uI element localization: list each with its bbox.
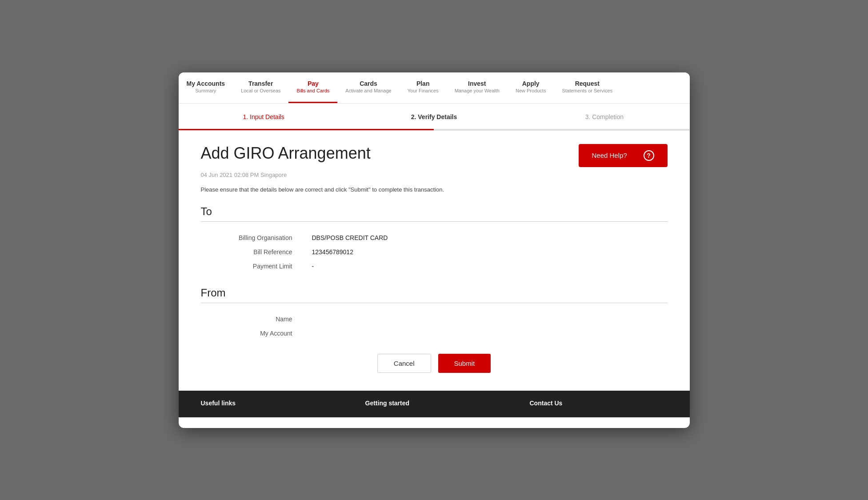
timestamp: 04 Jun 2021 02:08 PM Singapore	[201, 172, 668, 178]
step-underline-2	[519, 129, 689, 130]
to-row-0: Billing Organisation DBS/POSB CREDIT CAR…	[201, 231, 668, 245]
to-divider	[201, 221, 668, 222]
nav-item-invest[interactable]: Invest Manage your Wealth	[447, 72, 508, 103]
step-item-0: 1. Input Details	[179, 104, 349, 130]
to-section-title: To	[201, 205, 668, 218]
nav-main-invest: Invest	[468, 80, 486, 88]
nav-main-my-accounts: My Accounts	[187, 80, 225, 88]
top-nav: My Accounts Summary Transfer Local or Ov…	[179, 72, 690, 104]
nav-sub-pay: Bills and Cards	[296, 88, 329, 94]
page-header: Add GIRO Arrangement Need Help? ?	[201, 144, 668, 167]
footer-heading-0: Useful links	[201, 400, 339, 407]
progress-bar-section: 1. Input Details 2. Verify Details 3. Co…	[179, 104, 690, 131]
nav-item-my-accounts[interactable]: My Accounts Summary	[179, 72, 233, 103]
from-detail-table: Name My Account	[201, 312, 668, 340]
step-label-0: 1. Input Details	[243, 113, 284, 120]
to-detail-table: Billing Organisation DBS/POSB CREDIT CAR…	[201, 231, 668, 273]
step-label-1: 2. Verify Details	[411, 113, 457, 120]
nav-sub-transfer: Local or Overseas	[241, 88, 280, 94]
steps-row: 1. Input Details 2. Verify Details 3. Co…	[179, 104, 690, 130]
from-divider	[201, 303, 668, 303]
from-row-0: Name	[201, 312, 668, 326]
help-icon: ?	[644, 150, 654, 161]
nav-item-transfer[interactable]: Transfer Local or Overseas	[233, 72, 288, 103]
from-value-0	[299, 312, 668, 326]
step-underline-0	[179, 129, 349, 130]
from-section-title: From	[201, 287, 668, 299]
nav-sub-invest: Manage your Wealth	[455, 88, 500, 94]
nav-main-apply: Apply	[522, 80, 540, 88]
to-label-2: Payment Limit	[201, 259, 299, 273]
to-value-0: DBS/POSB CREDIT CARD	[299, 231, 668, 245]
nav-item-cards[interactable]: Cards Activate and Manage	[337, 72, 399, 103]
footer-heading-1: Getting started	[365, 400, 503, 407]
nav-sub-cards: Activate and Manage	[345, 88, 391, 94]
nav-main-request: Request	[575, 80, 600, 88]
nav-item-plan[interactable]: Plan Your Finances	[400, 72, 447, 103]
nav-sub-apply: New Products	[516, 88, 546, 94]
need-help-button[interactable]: Need Help? ?	[579, 144, 668, 167]
footer-col-1: Getting started	[365, 400, 503, 408]
cancel-button[interactable]: Cancel	[377, 354, 431, 373]
footer-col-0: Useful links	[201, 400, 339, 408]
from-label-1: My Account	[201, 326, 299, 340]
step-label-2: 3. Completion	[585, 113, 624, 120]
to-value-2: -	[299, 259, 668, 273]
page-title: Add GIRO Arrangement	[201, 144, 371, 163]
nav-main-cards: Cards	[360, 80, 377, 88]
nav-main-pay: Pay	[308, 80, 319, 88]
need-help-label: Need Help?	[592, 152, 627, 159]
submit-button[interactable]: Submit	[438, 354, 491, 373]
nav-item-pay[interactable]: Pay Bills and Cards	[288, 72, 337, 103]
instruction-text: Please ensure that the details below are…	[201, 186, 668, 193]
from-label-0: Name	[201, 312, 299, 326]
nav-sub-plan: Your Finances	[408, 88, 439, 94]
main-content: Add GIRO Arrangement Need Help? ? 04 Jun…	[179, 131, 690, 391]
nav-main-plan: Plan	[416, 80, 430, 88]
browser-window: My Accounts Summary Transfer Local or Ov…	[179, 72, 690, 428]
nav-sub-request: Statements or Services	[562, 88, 612, 94]
from-row-1: My Account	[201, 326, 668, 340]
footer-heading-2: Contact Us	[530, 400, 668, 407]
step-underline-1	[349, 129, 519, 130]
to-label-0: Billing Organisation	[201, 231, 299, 245]
from-value-1	[299, 326, 668, 340]
footer-col-2: Contact Us	[530, 400, 668, 408]
buttons-row: Cancel Submit	[201, 354, 668, 373]
nav-item-request[interactable]: Request Statements or Services	[554, 72, 620, 103]
to-row-2: Payment Limit -	[201, 259, 668, 273]
to-label-1: Bill Reference	[201, 245, 299, 259]
nav-item-apply[interactable]: Apply New Products	[508, 72, 554, 103]
footer: Useful linksGetting startedContact Us	[179, 391, 690, 417]
nav-sub-my-accounts: Summary	[195, 88, 216, 94]
step-item-1: 2. Verify Details	[349, 104, 519, 130]
to-value-1: 123456789012	[299, 245, 668, 259]
nav-main-transfer: Transfer	[248, 80, 273, 88]
step-item-2: 3. Completion	[519, 104, 689, 130]
to-row-1: Bill Reference 123456789012	[201, 245, 668, 259]
